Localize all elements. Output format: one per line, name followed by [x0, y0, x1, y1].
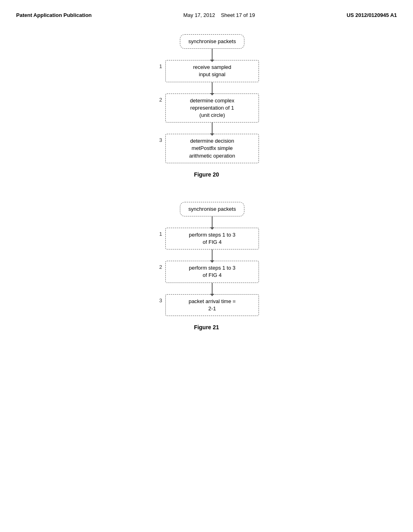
figure-21-flowchart: synchronise packets 1 perform steps 1 to… — [154, 202, 259, 316]
fig21-arrow-0-wrapper — [165, 216, 259, 228]
fig21-step-2-number: 2 — [154, 261, 162, 270]
figure-21-block: synchronise packets 1 perform steps 1 to… — [154, 202, 259, 330]
fig21-arrow-2 — [154, 283, 259, 294]
fig21-top-row: synchronise packets — [154, 202, 259, 216]
figure-20-flowchart: synchronise packets 1 receive sampledinp… — [154, 34, 259, 163]
fig20-step-1-row: 1 receive sampledinput signal — [154, 60, 259, 82]
fig20-top-wrapper: synchronise packets — [165, 34, 259, 49]
header-left: Patent Application Publication — [16, 12, 92, 18]
fig20-sync-node: synchronise packets — [180, 34, 244, 49]
fig21-arrow-0-line — [212, 216, 213, 228]
page: Patent Application Publication May 17, 2… — [0, 0, 413, 532]
fig21-top-wrapper: synchronise packets — [165, 202, 259, 216]
fig21-arrow-1-wrapper — [165, 249, 259, 261]
fig20-step-1-node: receive sampledinput signal — [165, 60, 259, 82]
fig21-step-1-node: perform steps 1 to 3of FIG 4 — [165, 228, 259, 249]
fig20-step-2-node: determine complexrepresentation of 1(uni… — [165, 94, 259, 123]
page-header: Patent Application Publication May 17, 2… — [16, 12, 397, 18]
header-date: May 17, 2012 — [183, 12, 215, 18]
fig20-arrow-2 — [154, 123, 259, 134]
fig20-step-3-node: determine decisionmetPostfix simplearith… — [165, 134, 259, 163]
figures-container: synchronise packets 1 receive sampledinp… — [16, 34, 397, 330]
fig20-step-2-row: 2 determine complexrepresentation of 1(u… — [154, 94, 259, 123]
fig21-arrow-0 — [154, 216, 259, 228]
figure-20-block: synchronise packets 1 receive sampledinp… — [154, 34, 259, 178]
fig20-step-2-number: 2 — [154, 94, 162, 103]
fig21-step-3-node: packet arrival time =2-1 — [165, 294, 259, 316]
fig21-arrow-1-line — [212, 249, 213, 261]
fig21-step-1-row: 1 perform steps 1 to 3of FIG 4 — [154, 228, 259, 249]
figure-20-caption: Figure 20 — [194, 171, 219, 178]
fig20-arrow-0-wrapper — [165, 49, 259, 60]
fig21-sync-node: synchronise packets — [180, 202, 244, 216]
fig21-step-2-row: 2 perform steps 1 to 3of FIG 4 — [154, 261, 259, 283]
fig21-step-2-node: perform steps 1 to 3of FIG 4 — [165, 261, 259, 283]
header-sheet: Sheet 17 of 19 — [221, 12, 255, 18]
header-right: US 2012/0120945 A1 — [346, 12, 397, 18]
header-center: May 17, 2012 Sheet 17 of 19 — [183, 12, 255, 18]
fig21-arrow-2-line — [212, 283, 213, 294]
fig20-top-row: synchronise packets — [154, 34, 259, 49]
fig21-step-1-number: 1 — [154, 228, 162, 237]
fig21-arrow-1 — [154, 249, 259, 261]
fig21-arrow-2-wrapper — [165, 283, 259, 294]
fig20-arrow-1-wrapper — [165, 82, 259, 94]
fig20-arrow-2-line — [212, 123, 213, 134]
fig20-arrow-0 — [154, 49, 259, 60]
fig20-step-1-number: 1 — [154, 60, 162, 69]
figure-21-caption: Figure 21 — [194, 324, 219, 330]
fig20-arrow-2-wrapper — [165, 123, 259, 134]
fig21-step-3-number: 3 — [154, 294, 162, 303]
fig20-arrow-1-line — [212, 82, 213, 94]
fig21-step-3-row: 3 packet arrival time =2-1 — [154, 294, 259, 316]
fig20-step-3-number: 3 — [154, 134, 162, 143]
fig20-step-3-row: 3 determine decisionmetPostfix simpleari… — [154, 134, 259, 163]
fig20-arrow-0-line — [212, 49, 213, 60]
fig20-arrow-1 — [154, 82, 259, 94]
